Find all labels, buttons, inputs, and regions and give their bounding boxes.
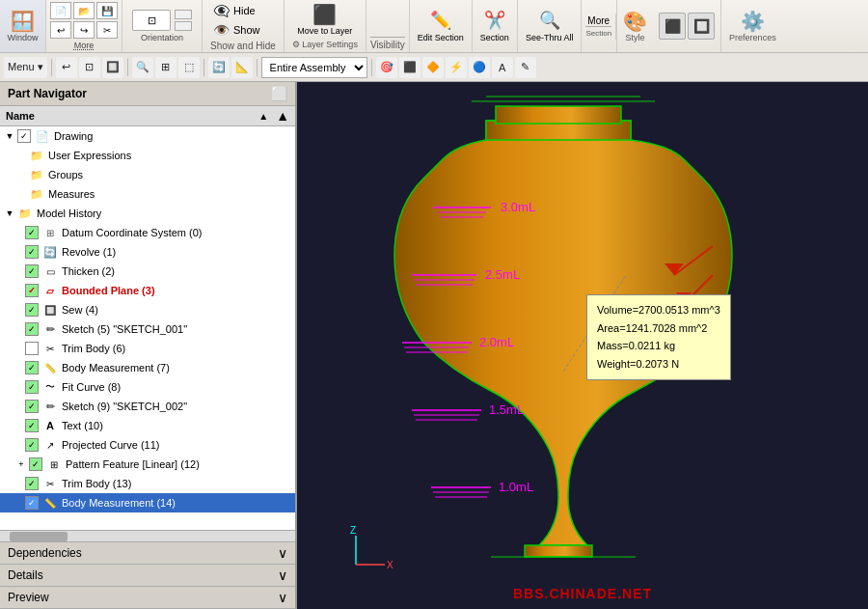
view-front-btn[interactable] (175, 21, 192, 31)
tree-item-datum[interactable]: ✓ ⊞ Datum Coordinate System (0) (0, 223, 295, 242)
tb2-btn4[interactable]: 🔍 (132, 57, 153, 78)
tree-item-groups[interactable]: ▶ 📁 Groups (0, 165, 295, 184)
visibility-group: Visibility (366, 0, 410, 52)
assembly-dropdown[interactable]: Entire Assembly Part Only (261, 57, 367, 78)
expander-pattern[interactable]: + (15, 458, 27, 470)
save-btn[interactable]: 💾 (96, 2, 118, 19)
preferences-icon: ⚙️ (741, 10, 765, 33)
sep1 (51, 59, 52, 76)
tree-item-revolve[interactable]: ✓ 🔄 Revolve (1) (0, 242, 295, 262)
new-btn[interactable]: 📄 (50, 2, 71, 19)
clip-section-btn[interactable]: ✂️ Section (473, 0, 518, 52)
tree-item-modelhistory[interactable]: ▼ 📁 Model History (0, 204, 295, 223)
cb-pattern[interactable]: ✓ (29, 457, 42, 471)
orientation-btn[interactable]: ⊡ (132, 10, 171, 31)
layer-settings-icon: ⚙ (292, 40, 300, 49)
tb2-btn12[interactable]: ⚡ (446, 57, 467, 78)
cb-projcurve[interactable]: ✓ (25, 438, 39, 452)
scroll-up-btn[interactable]: ▲ (276, 108, 289, 124)
tree-item-fitcurve[interactable]: ✓ 〜 Fit Curve (8) (0, 377, 295, 397)
style-btn[interactable]: 🎨 Style (623, 10, 647, 42)
more2-label: More (587, 15, 610, 26)
style-cube1-btn[interactable]: ⬛ (659, 13, 686, 40)
tree-item-projcurve[interactable]: ✓ ↗ Projected Curve (11) (0, 435, 295, 455)
cb-bodymeas1[interactable]: ✓ (25, 361, 39, 374)
tb2-btn2[interactable]: ⊡ (79, 57, 100, 78)
tree-item-bodymeas1[interactable]: ✓ 📏 Body Measurement (7) (0, 358, 295, 377)
tb2-btn9[interactable]: 🎯 (376, 57, 397, 78)
cb-sew[interactable]: ✓ (25, 303, 39, 317)
hide-btn[interactable]: 👁️‍🗨️ Hide (210, 2, 276, 19)
tb2-btn8[interactable]: 📐 (231, 57, 253, 78)
tb2-btn10[interactable]: ⬛ (399, 57, 420, 78)
edit-section-btn[interactable]: ✏️ Edit Section (410, 0, 473, 52)
cad-svg: 3.0mL 2.5mL 2.0mL 1.5mL 1.0mL (297, 82, 868, 609)
more2-btn[interactable]: More Section (582, 14, 616, 40)
cb-trimbody2[interactable]: ✓ (25, 477, 39, 490)
tree-area[interactable]: Name ▲ ▲ ▼ ✓ 📄 Drawing ▶ 📁 User Expressi… (0, 106, 295, 530)
tb2-btn7[interactable]: 🔄 (208, 57, 230, 78)
preview-header[interactable]: Preview ∨ (0, 587, 295, 609)
visibility-label: Visibility (370, 37, 405, 50)
cb-revolve[interactable]: ✓ (25, 245, 39, 259)
cb-fitcurve[interactable]: ✓ (25, 380, 39, 394)
preferences-btn[interactable]: ⚙️ Preferences (729, 10, 776, 42)
open-btn[interactable]: 📂 (73, 2, 95, 19)
tree-item-trimbody2[interactable]: ✓ ✂ Trim Body (13) (0, 474, 295, 493)
expander-modelhistory[interactable]: ▼ (4, 208, 15, 219)
cb-boundedplane[interactable]: ✓ (25, 284, 39, 297)
cb-trimbody1[interactable] (25, 342, 39, 355)
cb-thicken[interactable]: ✓ (25, 264, 39, 278)
details-header[interactable]: Details ∨ (0, 565, 295, 587)
undo-btn[interactable]: ↩ (50, 21, 71, 39)
h-scrollbar[interactable] (0, 530, 295, 541)
tree-item-boundedplane[interactable]: ✓ ▱ Bounded Plane (3) (0, 281, 295, 300)
tree-item-text[interactable]: ✓ A Text (10) (0, 416, 295, 435)
tree-item-trimbody1[interactable]: ✂ Trim Body (6) (0, 339, 295, 358)
tb2-btn14[interactable]: A (492, 57, 513, 78)
cb-sketch1[interactable]: ✓ (25, 322, 39, 336)
view-top-btn[interactable] (175, 10, 192, 19)
move-layer-btn[interactable]: ⬛ Move to Layer (297, 3, 352, 36)
tree-item-measures[interactable]: ▶ 📁 Measures (0, 184, 295, 204)
window-group[interactable]: 🪟 Window (0, 0, 46, 52)
expander-drawing[interactable]: ▼ (4, 130, 15, 142)
tree-item-sketch2[interactable]: ✓ ✏ Sketch (9) "SKETCH_002" (0, 397, 295, 416)
cb-datum[interactable]: ✓ (25, 226, 39, 239)
layer-settings-btn[interactable]: ⚙ Layer Settings (292, 40, 358, 49)
style-cube2-btn[interactable]: 🔲 (688, 13, 715, 40)
tb2-btn13[interactable]: 🔵 (469, 57, 490, 78)
tree-item-sketch1[interactable]: ✓ ✏ Sketch (5) "SKETCH_001" (0, 319, 295, 339)
tb2-btn3[interactable]: 🔲 (102, 57, 123, 78)
cb-bodymeas2[interactable]: ✓ (25, 496, 39, 510)
cb-text[interactable]: ✓ (25, 419, 39, 432)
tb2-btn1[interactable]: ↩ (56, 57, 77, 78)
tb2-btn11[interactable]: 🔶 (422, 57, 444, 78)
tb2-btn5[interactable]: ⊞ (155, 57, 176, 78)
tb2-btn15[interactable]: ✎ (515, 57, 536, 78)
h-scrollbar-thumb[interactable] (10, 532, 68, 541)
menu-btn[interactable]: Menu ▾ (4, 57, 47, 78)
show-btn[interactable]: 👁️ Show (210, 21, 276, 39)
tb2-btn6[interactable]: ⬚ (178, 57, 200, 78)
see-thru-btn[interactable]: 🔍 See-Thru All (518, 0, 583, 52)
more-label[interactable]: More (74, 41, 95, 50)
tree-item-thicken[interactable]: ✓ ▭ Thicken (2) (0, 262, 295, 281)
tree-item-sew[interactable]: ✓ 🔲 Sew (4) (0, 300, 295, 319)
tree-item-userexpr[interactable]: ▶ 📁 User Expressions (0, 146, 295, 165)
tree-item-drawing[interactable]: ▼ ✓ 📄 Drawing (0, 126, 295, 146)
icon-pattern: ⊞ (46, 457, 62, 472)
dependencies-header[interactable]: Dependencies ∨ (0, 542, 295, 565)
tree-item-pattern[interactable]: + ✓ ⊞ Pattern Feature [Linear] (12) (0, 455, 295, 474)
redo-btn[interactable]: ↪ (73, 21, 95, 39)
icon-sew: 🔲 (42, 302, 58, 318)
cb-drawing[interactable]: ✓ (17, 129, 31, 143)
icon-drawing: 📄 (35, 128, 50, 144)
orientation-label: Orientation (141, 33, 183, 42)
cut-btn[interactable]: ✂ (96, 21, 118, 39)
cb-sketch2[interactable]: ✓ (25, 400, 39, 413)
tree-item-bodymeas2[interactable]: ✓ 📏 Body Measurement (14) (0, 493, 295, 512)
cad-canvas-area[interactable]: 3.0mL 2.5mL 2.0mL 1.5mL 1.0mL (297, 82, 868, 609)
panel-maximize-btn[interactable]: ⬜ (271, 86, 287, 101)
column-header-name[interactable]: Name ▲ ▲ (0, 106, 295, 126)
